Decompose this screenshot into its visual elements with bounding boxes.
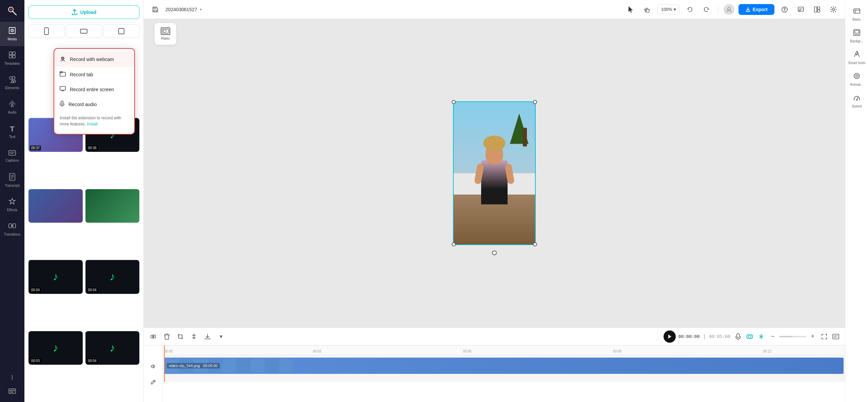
record-screen-icon (60, 86, 66, 93)
right-panel-basic[interactable]: Basic (847, 4, 867, 24)
crop-timeline-button[interactable] (175, 331, 186, 342)
svg-point-25 (12, 376, 13, 377)
handle-top-right[interactable] (533, 100, 537, 104)
caption-toggle-button[interactable] (831, 331, 841, 342)
svg-point-59 (832, 8, 834, 11)
media-item-8[interactable]: ♪ 00:04 (85, 331, 140, 365)
media-item-7[interactable]: ♪ 00:03 (28, 331, 83, 365)
media-item-5[interactable]: ♪ 00:04 (28, 260, 83, 294)
app-logo[interactable] (5, 4, 19, 18)
undo-button[interactable] (684, 3, 696, 16)
settings-button[interactable] (827, 3, 840, 16)
timeline-section: ▾ 00:00:00 | 00:05:00 (144, 327, 845, 402)
media-item-3[interactable] (28, 189, 83, 223)
background-label: Backgr... (850, 39, 863, 43)
comment-button[interactable] (795, 3, 807, 16)
user-avatar-button[interactable] (724, 4, 734, 15)
sidebar-item-label-audio: Audio (8, 110, 17, 114)
video-element-selected[interactable] (453, 101, 536, 245)
export-label: Export (753, 7, 768, 12)
edit-track-icon[interactable] (149, 377, 158, 386)
sidebar-item-label-text: Text (9, 135, 15, 139)
flip-button[interactable] (189, 331, 199, 342)
rotate-handle[interactable] (492, 250, 497, 255)
handle-bottom-right[interactable] (533, 242, 537, 246)
sidebar-item-audio[interactable]: Audio (0, 95, 24, 119)
delete-button[interactable] (161, 331, 172, 342)
svg-rect-29 (9, 390, 11, 391)
media-item-6[interactable]: ♪ 00:04 (85, 260, 140, 294)
sidebar-item-captions[interactable]: Captions (0, 144, 24, 168)
music-note-icon-4: ♪ (53, 342, 58, 354)
help-button[interactable] (778, 3, 791, 16)
split-active-button[interactable] (756, 331, 766, 342)
download-button[interactable] (202, 331, 213, 342)
record-option-tab[interactable]: Record tab (54, 67, 134, 82)
select-tool-button[interactable] (625, 3, 637, 16)
play-button[interactable] (664, 330, 676, 343)
sidebar-item-effects[interactable]: Effects (0, 193, 24, 217)
svg-point-90 (856, 99, 857, 101)
right-panel-smart-tools[interactable]: Smart tools (847, 47, 867, 68)
svg-point-26 (12, 377, 13, 378)
svg-rect-43 (60, 86, 65, 90)
record-option-audio[interactable]: Record audio (54, 97, 134, 112)
device-tab-square[interactable] (103, 24, 139, 38)
media-panel-header: Upload (24, 0, 143, 22)
hand-tool-button[interactable] (641, 3, 653, 16)
project-title[interactable]: 202403061527 ▾ (165, 7, 202, 12)
timeline-playhead[interactable] (164, 345, 165, 382)
right-panel-speed[interactable]: Speed (847, 91, 867, 111)
record-tab-label: Record tab (70, 72, 93, 77)
chevron-down-icon: ▾ (200, 7, 202, 12)
speed-label: Speed (852, 104, 862, 108)
sidebar-item-transitions[interactable]: Transitions (0, 217, 24, 241)
save-icon[interactable] (149, 3, 161, 16)
svg-rect-71 (737, 334, 739, 338)
svg-rect-35 (11, 391, 14, 393)
list-item: ♪ 00:03 recorder_audio_17... (28, 331, 83, 400)
handle-bottom-left[interactable] (452, 242, 456, 246)
keyboard-shortcut-button[interactable] (0, 384, 24, 398)
device-tab-landscape[interactable] (66, 24, 102, 38)
redo-button[interactable] (700, 3, 712, 16)
fullscreen-button[interactable] (819, 331, 829, 342)
sidebar: Media Templates Elements (0, 0, 24, 402)
install-link[interactable]: Install (87, 122, 98, 126)
media-item-badge-8: 00:04 (87, 358, 98, 363)
media-item-4[interactable] (85, 189, 140, 223)
svg-rect-53 (798, 7, 804, 11)
sidebar-more-button[interactable] (0, 371, 24, 384)
zoom-slider[interactable] (779, 336, 806, 337)
record-option-screen[interactable]: Record entire screen (54, 82, 134, 97)
ratio-button[interactable]: Ratio (155, 23, 176, 45)
split-button[interactable] (148, 331, 159, 342)
more-tools-button[interactable]: ▾ (216, 331, 226, 342)
sidebar-item-templates[interactable]: Templates (0, 46, 24, 71)
sidebar-item-text[interactable]: T Text (0, 119, 24, 144)
microphone-button[interactable] (733, 331, 743, 342)
music-note-icon-5: ♪ (110, 342, 115, 354)
handle-top-left[interactable] (452, 100, 456, 104)
export-button[interactable]: Export (738, 4, 774, 15)
device-tab-portrait[interactable] (28, 24, 64, 38)
sidebar-item-label-effects: Effects (7, 208, 17, 212)
zoom-in-button[interactable]: + (808, 331, 818, 342)
clip-indicator-button[interactable] (745, 331, 755, 342)
sidebar-item-elements[interactable]: Elements (0, 71, 24, 95)
sidebar-item-label-transitions: Transitions (4, 233, 21, 236)
sidebar-item-transcript[interactable]: Transcript (0, 168, 24, 193)
zoom-out-button[interactable]: − (768, 331, 778, 342)
upload-button[interactable]: Upload (28, 5, 139, 19)
volume-icon[interactable] (149, 362, 158, 371)
svg-rect-32 (14, 390, 15, 391)
right-panel-animate[interactable]: Animat... (847, 69, 867, 89)
list-item: TextToImage_6_20... (85, 189, 140, 258)
svg-rect-24 (13, 224, 16, 228)
right-panel-background[interactable]: Backgr... (847, 26, 867, 46)
sidebar-item-media[interactable]: Media (0, 22, 24, 46)
video-track[interactable]: video clip_544.png 00:05:00 (164, 358, 844, 374)
zoom-control[interactable]: 100% ▾ (657, 4, 679, 14)
layout-button[interactable] (811, 3, 823, 16)
record-option-webcam[interactable]: Record with webcam (54, 52, 134, 67)
